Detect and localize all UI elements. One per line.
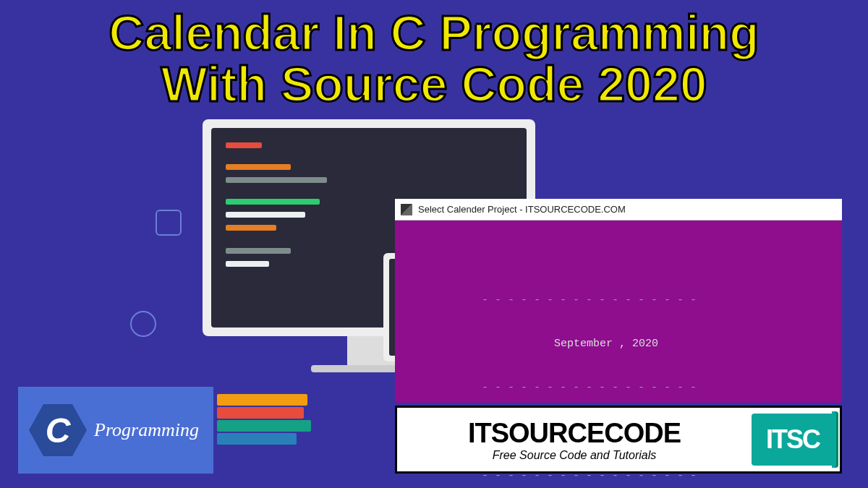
code-line-icon [226, 177, 327, 183]
title-line-1: Calendar In C Programming [0, 7, 868, 59]
brand-tagline: Free Source Code and Tutorials [403, 449, 746, 462]
console-titlebar: Select Calender Project - ITSOURCECODE.C… [395, 199, 842, 221]
itsc-badge-text: ITSC [766, 424, 820, 455]
banner-text: ITSOURCECODE Free Source Code and Tutori… [403, 418, 746, 462]
code-line-icon [226, 199, 320, 205]
console-body: - - - - - - - - - - - - - - - - - Septem… [395, 221, 842, 403]
title-line-2: With Source Code 2020 [0, 59, 868, 110]
code-line-icon [226, 248, 291, 254]
books-illustration [217, 393, 318, 445]
app-icon [401, 204, 412, 215]
page-title: Calendar In C Programming With Source Co… [0, 7, 868, 111]
code-line-icon [226, 261, 269, 267]
calendar-separator: - - - - - - - - - - - - - - - - - [482, 294, 842, 308]
chat-icon [130, 311, 156, 337]
calendar-month: September , 2020 [482, 337, 842, 351]
itsc-badge: ITSC [752, 414, 834, 466]
footer-banner: ITSOURCECODE Free Source Code and Tutori… [395, 406, 842, 474]
window-title: Select Calender Project - ITSOURCECODE.C… [418, 204, 626, 215]
code-line-icon [226, 142, 262, 148]
code-line-icon [226, 212, 305, 218]
code-line-icon [226, 164, 291, 170]
brand-name: ITSOURCECODE [403, 418, 746, 449]
code-line-icon [226, 225, 276, 231]
tag-icon [156, 210, 182, 236]
c-programming-badge: C Programming [18, 387, 213, 474]
book-icon [217, 394, 307, 406]
console-window: Select Calender Project - ITSOURCECODE.C… [395, 199, 842, 403]
calendar-separator: - - - - - - - - - - - - - - - - - [482, 381, 842, 395]
c-letter: C [46, 411, 71, 450]
book-icon [217, 433, 297, 445]
c-logo-icon: C [29, 401, 87, 459]
book-icon [217, 420, 311, 432]
book-icon [217, 407, 304, 419]
c-badge-label: Programming [94, 419, 199, 441]
